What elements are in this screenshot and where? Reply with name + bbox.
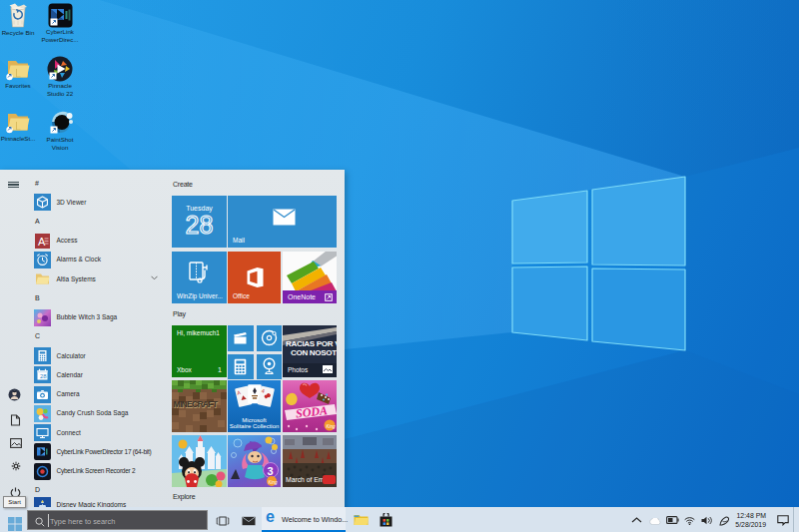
svg-text:SODA: SODA bbox=[295, 403, 328, 420]
svg-text:3: 3 bbox=[268, 465, 274, 477]
svg-text:King: King bbox=[327, 424, 337, 429]
svg-text:28: 28 bbox=[40, 373, 47, 379]
svg-text:King: King bbox=[269, 480, 279, 485]
